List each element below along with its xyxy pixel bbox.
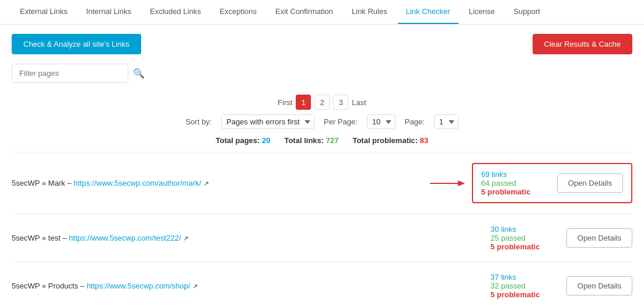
pagination-page-2[interactable]: 2 <box>314 95 330 110</box>
total-problematic: Total problematic: 83 <box>352 136 428 145</box>
result-stats-highlighted: 69 links 64 passed 5 problematic Open De… <box>430 163 632 203</box>
sort-by-label: Sort by: <box>186 117 212 126</box>
result-page-name-3: 5secWP » Products <box>12 281 78 290</box>
per-page-select[interactable]: 10 <box>367 114 396 129</box>
open-details-button-2[interactable]: Open Details <box>566 228 632 248</box>
links-count-2: 30 links <box>491 225 555 234</box>
nav-tab-exceptions[interactable]: Exceptions <box>211 0 265 24</box>
passed-count-2: 25 passed <box>491 234 555 242</box>
result-url-2[interactable]: https://www.5secwp.com/test222/ <box>69 234 181 242</box>
problematic-count-2: 5 problematic <box>491 242 555 251</box>
pagination-first-label: First <box>278 98 292 107</box>
nav-tab-link-rules[interactable]: Link Rules <box>344 0 396 24</box>
nav-tabs: External LinksInternal LinksExcluded Lin… <box>0 0 644 25</box>
nav-tab-external-links[interactable]: External Links <box>12 0 76 24</box>
search-icon[interactable]: 🔍 <box>133 68 145 79</box>
passed-count-3: 32 passed <box>491 281 555 290</box>
page-label: Page: <box>405 117 425 126</box>
page-select[interactable]: 1 <box>434 114 459 129</box>
total-pages-label: Total pages: <box>216 136 262 145</box>
pagination-last-label: Last <box>352 98 366 107</box>
result-separator-1: – <box>65 179 74 187</box>
pagination-page-3[interactable]: 3 <box>333 95 348 110</box>
total-pages-value: 20 <box>262 136 270 145</box>
search-bar: 🔍 <box>0 64 644 90</box>
sort-row: Sort by: Pages with errors first Per Pag… <box>0 112 644 134</box>
total-problematic-label: Total problematic: <box>352 136 419 145</box>
toolbar: Check & Analyze all site's Links Clear R… <box>0 25 644 64</box>
stat-block-2: 30 links 25 passed 5 problematic <box>491 225 555 251</box>
result-page-info-2: 5secWP » test – https://www.5secwp.com/t… <box>12 234 491 242</box>
nav-tab-internal-links[interactable]: Internal Links <box>78 0 139 24</box>
result-stats-3: 37 links 32 passed 5 problematic Open De… <box>491 273 632 299</box>
search-input[interactable] <box>12 64 128 83</box>
result-url-1[interactable]: https://www.5secwp.com/author/mark/ <box>74 179 201 187</box>
result-separator-2: – <box>61 234 69 242</box>
result-separator-3: – <box>78 281 86 290</box>
result-row-3: 5secWP » Products – https://www.5secwp.c… <box>12 262 632 306</box>
external-link-icon-1: ↗ <box>204 180 209 187</box>
nav-tab-support[interactable]: Support <box>505 0 548 24</box>
result-stats-2: 30 links 25 passed 5 problematic Open De… <box>491 225 632 251</box>
result-page-info-1: 5secWP » Mark – https://www.5secwp.com/a… <box>12 179 430 187</box>
passed-count-1: 64 passed <box>481 179 545 187</box>
sort-by-select[interactable]: Pages with errors first <box>221 114 314 129</box>
problematic-count-1: 5 problematic <box>481 187 545 196</box>
result-page-name-1: 5secWP » Mark <box>12 179 65 187</box>
nav-tab-link-checker[interactable]: Link Checker <box>398 0 459 24</box>
nav-tab-exit-confirmation[interactable]: Exit Confirmation <box>267 0 341 24</box>
result-row-2: 5secWP » test – https://www.5secwp.com/t… <box>12 214 632 262</box>
total-pages: Total pages: 20 <box>216 136 271 145</box>
totals-row: Total pages: 20 Total links: 727 Total p… <box>0 134 644 152</box>
problematic-count-3: 5 problematic <box>491 290 555 299</box>
external-link-icon-2: ↗ <box>183 235 188 242</box>
total-links-label: Total links: <box>284 136 326 145</box>
total-links: Total links: 727 <box>284 136 338 145</box>
svg-marker-1 <box>458 180 465 186</box>
pagination-row: First123Last <box>0 90 644 112</box>
arrow-icon <box>430 178 465 189</box>
links-count-3: 37 links <box>491 273 555 281</box>
result-row-1: 5secWP » Mark – https://www.5secwp.com/a… <box>12 152 632 214</box>
stat-block-1: 69 links 64 passed 5 problematic <box>481 170 545 196</box>
clear-button[interactable]: Clear Results & Cache <box>533 34 633 54</box>
pagination-page-1[interactable]: 1 <box>296 95 311 110</box>
result-page-info-3: 5secWP » Products – https://www.5secwp.c… <box>12 281 491 290</box>
total-links-value: 727 <box>326 136 339 145</box>
result-url-3[interactable]: https://www.5secwp.com/shop/ <box>86 281 190 290</box>
nav-tab-license[interactable]: License <box>461 0 503 24</box>
analyze-button[interactable]: Check & Analyze all site's Links <box>12 34 141 54</box>
total-problematic-value: 83 <box>420 136 428 145</box>
stat-block-3: 37 links 32 passed 5 problematic <box>491 273 555 299</box>
external-link-icon-3: ↗ <box>192 283 198 290</box>
open-details-button-1[interactable]: Open Details <box>557 173 623 193</box>
links-count-1: 69 links <box>481 170 545 179</box>
results-list: 5secWP » Mark – https://www.5secwp.com/a… <box>0 152 644 306</box>
nav-tab-excluded-links[interactable]: Excluded Links <box>142 0 209 24</box>
per-page-label: Per Page: <box>324 117 358 126</box>
result-page-name-2: 5secWP » test <box>12 234 61 242</box>
highlighted-stats-box: 69 links 64 passed 5 problematic Open De… <box>472 163 632 203</box>
open-details-button-3[interactable]: Open Details <box>566 276 632 295</box>
